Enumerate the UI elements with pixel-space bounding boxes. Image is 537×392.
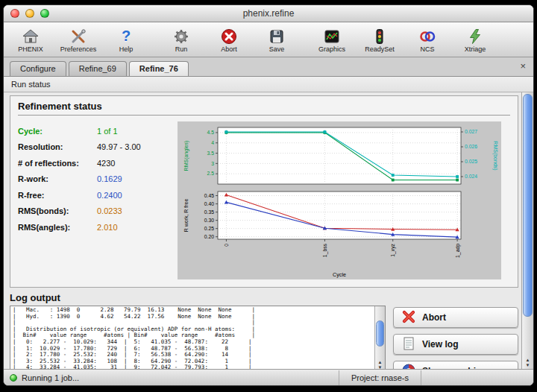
toolbar-phenix[interactable]: PHENIX — [11, 27, 50, 53]
pie-chart-icon — [401, 363, 416, 370]
stat-rms-bonds: RMS(bonds): 0.0233 — [18, 203, 172, 220]
tab-content: Refinement status Cycle: 1 of 1 Resoluti… — [4, 92, 533, 369]
tab-refine-76[interactable]: Refine_76 — [129, 61, 189, 76]
graphics-icon — [323, 27, 341, 46]
show-graphics-button[interactable]: Show graphics — [393, 361, 518, 369]
toolbar-preferences-label: Preferences — [60, 45, 97, 53]
stat-rwork-label: R-work: — [18, 174, 97, 183]
main-vscroll-arrows[interactable]: ▲▼ — [522, 358, 533, 368]
stat-rms-angles: RMS(angles): 2.010 — [18, 219, 172, 235]
refinement-status-heading: Refinement status — [18, 101, 510, 112]
svg-text:1_adp: 1_adp — [455, 244, 461, 258]
log-output-heading: Log output — [10, 292, 518, 303]
stat-rms-angles-label: RMS(angles): — [18, 223, 97, 232]
svg-text:3.5: 3.5 — [207, 151, 215, 156]
stat-reflections-label: # of reflections: — [18, 159, 97, 168]
project-name: Project: rnase-s — [339, 370, 421, 385]
svg-text:3: 3 — [211, 161, 214, 166]
toolbar-run-label: Run — [175, 45, 188, 53]
toolbar-abort[interactable]: Abort — [210, 27, 248, 53]
run-status-header: Run status — [4, 77, 533, 92]
toolbar-readyset[interactable]: ReadySet — [360, 27, 399, 53]
traffic-light-icon — [371, 27, 389, 46]
close-window-button[interactable] — [10, 9, 19, 18]
toolbar: PHENIX Preferences ? Help Run Abort — [4, 22, 533, 57]
toolbar-save[interactable]: Save — [257, 27, 296, 53]
heading-divider — [18, 115, 510, 116]
lightning-icon — [466, 27, 484, 46]
stat-cycle: Cycle: 1 of 1 — [18, 123, 172, 139]
window-title: phenix.refine — [243, 8, 295, 19]
titlebar[interactable]: phenix.refine — [4, 5, 533, 22]
running-status-text: Running 1 job... — [22, 373, 79, 382]
running-status-icon — [10, 374, 17, 382]
svg-text:0: 0 — [224, 244, 229, 247]
log-vscroll-arrows[interactable]: ▲▼ — [375, 360, 385, 369]
main-vertical-scrollbar[interactable]: ▲▼ — [521, 92, 533, 369]
scroll-content: Refinement status Cycle: 1 of 1 Resoluti… — [4, 92, 521, 369]
action-buttons: Abort View log Show graphics — [393, 306, 518, 369]
stat-rms-angles-value: 2.010 — [97, 223, 118, 232]
svg-text:0.35: 0.35 — [204, 209, 214, 215]
toolbar-graphics[interactable]: Graphics — [313, 27, 351, 53]
svg-text:1_bss: 1_bss — [322, 243, 328, 257]
tab-refine-69[interactable]: Refine_69 — [69, 61, 127, 76]
save-icon — [268, 27, 286, 46]
stat-resolution-value: 49.97 - 3.00 — [97, 142, 141, 151]
svg-text:0.026: 0.026 — [465, 144, 477, 149]
view-log-button[interactable]: View log — [393, 334, 518, 355]
log-output-box[interactable]: | Mac. : 1498 0 2.28 79.79 16.13 None No… — [10, 306, 386, 369]
toolbar-readyset-label: ReadySet — [365, 45, 395, 53]
log-vertical-scrollbar[interactable]: ▲▼ — [374, 306, 385, 369]
stat-cycle-value: 1 of 1 — [97, 127, 118, 136]
toolbar-run[interactable]: Run — [162, 27, 201, 53]
view-log-button-label: View log — [422, 339, 458, 350]
abort-button-label: Abort — [422, 312, 446, 323]
toolbar-help-label: Help — [119, 45, 134, 53]
document-icon — [401, 336, 416, 353]
gear-icon — [172, 27, 190, 46]
stat-reflections: # of reflections: 4230 — [18, 155, 172, 171]
toolbar-help[interactable]: ? Help — [107, 27, 145, 53]
svg-text:0.25: 0.25 — [204, 226, 214, 231]
stat-resolution: Resolution: 49.97 - 3.00 — [18, 139, 172, 156]
stat-rfree-label: R-free: — [18, 191, 97, 200]
refinement-chart: 2.533.544.50.0240.0250.0260.0270.200.250… — [178, 121, 501, 279]
stat-rms-bonds-value: 0.0233 — [97, 206, 122, 215]
question-icon: ? — [122, 27, 131, 46]
stat-rwork-value: 0.1629 — [97, 174, 122, 183]
svg-text:4.5: 4.5 — [207, 130, 215, 135]
zoom-window-button[interactable] — [40, 9, 49, 18]
toolbar-save-label: Save — [269, 45, 285, 53]
stat-rfree-value: 0.2400 — [97, 191, 122, 200]
toolbar-xtriage-label: Xtriage — [465, 45, 486, 53]
tab-configure[interactable]: Configure — [10, 61, 66, 76]
svg-text:4: 4 — [211, 140, 214, 145]
minimize-window-button[interactable] — [25, 9, 34, 18]
svg-text:0.027: 0.027 — [465, 129, 477, 134]
stat-reflections-value: 4230 — [97, 159, 115, 168]
svg-text:0.024: 0.024 — [465, 174, 477, 179]
abort-button[interactable]: Abort — [393, 307, 518, 328]
svg-text:2.5: 2.5 — [207, 171, 215, 176]
svg-text:0.20: 0.20 — [204, 234, 214, 239]
svg-text:R work, R free: R work, R free — [183, 199, 189, 233]
svg-text:0.45: 0.45 — [204, 193, 214, 198]
main-vscroll-thumb[interactable] — [523, 94, 533, 317]
close-tab-icon[interactable]: × — [520, 60, 526, 72]
toolbar-ncs[interactable]: NCS — [408, 27, 447, 53]
svg-text:0.025: 0.025 — [465, 159, 477, 164]
svg-text:RMS(bonds): RMS(bonds) — [492, 141, 498, 170]
svg-text:RMS(angles): RMS(angles) — [183, 141, 189, 171]
toolbar-xtriage[interactable]: Xtriage — [456, 27, 494, 53]
toolbar-preferences[interactable]: Preferences — [59, 27, 98, 53]
stat-cycle-label: Cycle: — [18, 127, 97, 136]
stat-rwork: R-work: 0.1629 — [18, 171, 172, 188]
stat-rms-bonds-label: RMS(bonds): — [18, 206, 97, 215]
stat-resolution-label: Resolution: — [18, 142, 97, 151]
statusbar: Running 1 job... Project: rnase-s — [4, 369, 533, 385]
home-icon — [22, 27, 40, 46]
tools-icon — [69, 27, 87, 46]
abort-icon — [401, 309, 416, 326]
log-vscroll-thumb[interactable] — [376, 320, 384, 347]
